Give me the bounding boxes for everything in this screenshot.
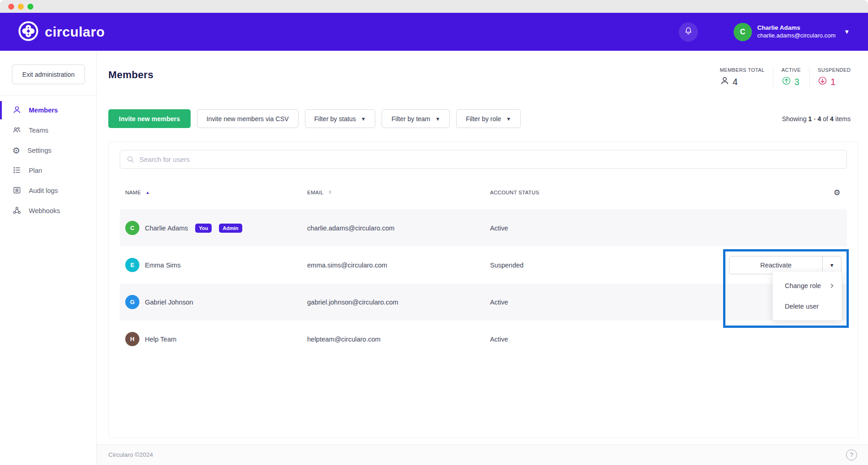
- stat-suspended: SUSPENDED 1: [809, 67, 851, 88]
- stat-value: 4: [720, 76, 765, 88]
- sidebar-item-audit-logs[interactable]: Audit logs: [0, 181, 96, 201]
- stat-number: 3: [794, 77, 799, 87]
- user-menu-caret-icon[interactable]: ▼: [844, 28, 850, 35]
- table-body: C Charlie Adams You Admin charlie.adams@…: [120, 209, 847, 358]
- sidebar-item-label: Plan: [29, 167, 42, 174]
- brand-logo[interactable]: circularo: [18, 21, 105, 43]
- person-icon: [12, 105, 21, 116]
- arrow-up-circle-icon: [782, 76, 791, 88]
- user-email: charlie.adams@circularo.com: [757, 32, 836, 39]
- help-button[interactable]: ?: [846, 449, 857, 460]
- name-cell: C Charlie Adams You Admin: [120, 221, 302, 235]
- column-header-name[interactable]: NAME ▲: [120, 190, 302, 195]
- member-name: Charlie Adams: [145, 224, 188, 232]
- menu-item-change-role[interactable]: Change role: [773, 275, 841, 296]
- stat-label: ACTIVE: [782, 67, 801, 73]
- avatar: C: [125, 221, 139, 235]
- sort-ascending-icon: ▲: [145, 190, 149, 195]
- stat-label: SUSPENDED: [818, 67, 851, 73]
- page-footer: Circularo ©2024 ?: [97, 444, 868, 465]
- members-table-card: NAME ▲ EMAIL ▲▼ ACCOUNT STATUS ⚙: [108, 142, 858, 438]
- filter-by-team-dropdown[interactable]: Filter by team ▼: [382, 109, 450, 128]
- app-window: circularo C Charlie Adams charlie.adams@…: [0, 0, 868, 465]
- main-content: Members MEMBERS TOTAL 4: [97, 51, 868, 465]
- app-header: circularo C Charlie Adams charlie.adams@…: [0, 13, 868, 51]
- status-cell: Active: [485, 224, 695, 232]
- webhook-icon: [12, 206, 21, 216]
- invite-new-members-button[interactable]: Invite new members: [108, 109, 191, 128]
- search-input[interactable]: [120, 150, 847, 169]
- menu-item-delete-user[interactable]: Delete user: [773, 296, 841, 316]
- email-cell: gabriel.johnson@circularo.com: [302, 299, 485, 306]
- notifications-button[interactable]: [679, 22, 698, 42]
- sidebar-item-label: Audit logs: [29, 187, 58, 194]
- admin-badge: Admin: [219, 224, 242, 233]
- avatar: E: [125, 258, 139, 272]
- status-cell: Suspended: [485, 262, 695, 269]
- member-name: Help Team: [145, 336, 176, 343]
- filter-label: Filter by status: [314, 115, 356, 123]
- member-name: Gabriel Johnson: [145, 299, 193, 306]
- copyright-text: Circularo ©2024: [108, 451, 153, 458]
- minimize-window-button[interactable]: [18, 4, 24, 10]
- table-row: H Help Team helpteam@circularo.com Activ…: [120, 321, 847, 358]
- exit-administration-button[interactable]: Exit administration: [12, 64, 85, 84]
- row-actions-menu: Change role Delete user: [772, 271, 842, 321]
- close-window-button[interactable]: [8, 4, 14, 10]
- email-cell: helpteam@circularo.com: [302, 336, 485, 343]
- sidebar-item-label: Webhooks: [29, 207, 60, 214]
- chevron-down-icon: ▼: [435, 116, 440, 122]
- column-header-status[interactable]: ACCOUNT STATUS: [485, 190, 695, 195]
- status-cell: Active: [485, 336, 695, 343]
- question-mark-icon: ?: [850, 451, 853, 458]
- chevron-right-icon: [829, 283, 835, 289]
- avatar: H: [125, 332, 139, 346]
- chevron-down-icon: ▼: [506, 116, 511, 122]
- sort-icon: ▲▼: [328, 190, 332, 195]
- brand-name: circularo: [45, 24, 105, 40]
- stat-number: 4: [733, 77, 738, 87]
- filter-by-role-dropdown[interactable]: Filter by role ▼: [456, 109, 521, 128]
- user-name: Charlie Adams: [757, 24, 836, 32]
- arrow-down-circle-icon: [818, 76, 827, 88]
- header-right: C Charlie Adams charlie.adams@circularo.…: [679, 22, 850, 42]
- document-icon: [12, 186, 21, 196]
- filter-by-status-dropdown[interactable]: Filter by status ▼: [305, 109, 376, 128]
- sidebar-nav: Members Teams ⚙ Settings: [0, 96, 96, 221]
- stat-active: ACTIVE 3: [773, 67, 809, 88]
- name-cell: G Gabriel Johnson: [120, 295, 302, 309]
- member-name: Emma Sims: [145, 262, 181, 269]
- stat-label: MEMBERS TOTAL: [720, 67, 765, 73]
- menu-item-label: Change role: [785, 282, 821, 289]
- sidebar-item-label: Settings: [27, 147, 51, 154]
- filter-label: Filter by role: [466, 115, 501, 123]
- column-header-email[interactable]: EMAIL ▲▼: [302, 190, 485, 195]
- name-cell: E Emma Sims: [120, 258, 302, 272]
- sidebar-item-plan[interactable]: Plan: [0, 160, 96, 181]
- sidebar-item-members[interactable]: Members: [0, 100, 96, 120]
- sidebar-item-settings[interactable]: ⚙ Settings: [0, 140, 96, 160]
- status-cell: Active: [485, 299, 695, 306]
- you-badge: You: [195, 224, 212, 233]
- members-toolbar: Invite new members Invite new members vi…: [97, 109, 868, 128]
- table-settings-gear-icon[interactable]: ⚙: [833, 188, 847, 198]
- gear-icon: ⚙: [12, 146, 20, 155]
- pagination-summary: Showing 1 - 4 of 4 items: [782, 115, 851, 123]
- email-cell: charlie.adams@circularo.com: [302, 224, 485, 232]
- list-icon: [12, 166, 21, 176]
- admin-sidebar: Exit administration Members: [0, 51, 97, 465]
- page-header: Members MEMBERS TOTAL 4: [97, 51, 868, 88]
- sidebar-item-webhooks[interactable]: Webhooks: [0, 201, 96, 221]
- sidebar-item-label: Members: [29, 107, 58, 114]
- page-title: Members: [108, 67, 154, 81]
- sidebar-item-teams[interactable]: Teams: [0, 120, 96, 140]
- email-cell: emma.sims@circularo.com: [302, 262, 485, 269]
- member-stats: MEMBERS TOTAL 4 ACTIVE: [712, 67, 851, 88]
- user-avatar[interactable]: C: [734, 23, 752, 41]
- stat-members-total: MEMBERS TOTAL 4: [712, 67, 773, 88]
- invite-via-csv-button[interactable]: Invite new members via CSV: [197, 109, 298, 128]
- maximize-window-button[interactable]: [27, 4, 33, 10]
- circularo-logo-icon: [18, 21, 38, 43]
- menu-item-label: Delete user: [785, 303, 819, 310]
- sidebar-item-label: Teams: [29, 127, 48, 134]
